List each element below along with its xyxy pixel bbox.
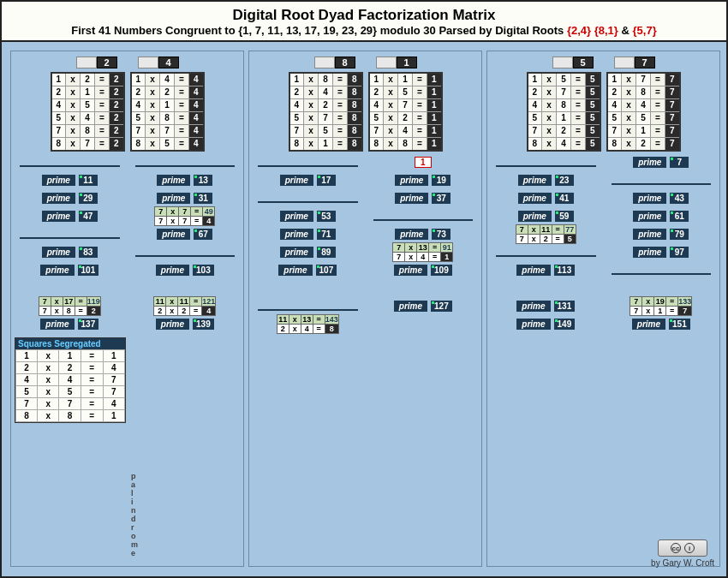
sequence-row: prime37 [253,190,478,206]
mult-cell: x [542,138,557,152]
prime-entry: prime109 [394,265,452,276]
prime-entry: prime11 [42,175,98,186]
mult-cell: 4 [160,73,175,86]
fac-dr-cell: 2 [277,324,289,333]
sequence-cell: 7x17=1197x8=2 [15,298,125,313]
mult-cell: x [304,138,319,152]
mult-cell: = [413,138,427,152]
mult-cell: x [146,99,160,112]
sequence-row: prime59prime61 [491,208,716,223]
mult-cell: = [413,86,427,99]
mult-cell: 2 [110,86,124,99]
mult-cell: 4 [557,138,571,152]
mult-cell: x [304,73,319,86]
square-cell: x [38,398,59,410]
square-cell: 7 [59,398,81,410]
sequence-cell: prime127 [368,298,479,313]
prime-entry: prime139 [156,319,214,330]
mult-cell: = [651,73,665,86]
fac-dr-cell: = [191,216,203,225]
dr-mult-table: 1x4=42x2=44x1=45x8=47x7=48x5=4 [130,72,205,152]
prime-value: 61 [670,211,689,222]
mult-cell: 2 [607,86,622,99]
mult-cell: x [146,112,160,125]
mult-cell: 7 [398,99,413,112]
subtitle-red2: {5,7} [633,24,657,37]
fac-cell: x [167,206,179,216]
panel-header-row: 57 [491,57,716,69]
sequence-cell [491,280,601,295]
squares-header: Squares Segregated [15,338,125,349]
mult-cell: = [95,86,110,99]
sequence-cell [491,154,601,170]
square-cell: 4 [103,362,124,374]
sequence-cell [15,226,125,241]
sequence-cell: prime31 [130,190,241,206]
prime-entry: prime41 [518,193,574,204]
prime-value: 59 [555,211,574,222]
prime-label: prime [394,301,427,312]
prime-entry: prime59 [518,211,574,222]
sequence-cell: prime19 [368,172,479,188]
fac-cell: 7 [630,296,642,306]
sequence-cell: prime107 [253,262,363,277]
mult-cell: 8 [528,138,542,152]
sequence-cell: prime43 [606,190,717,206]
mult-cell: x [384,73,398,86]
factorization-box: 7x17=1197x8=2 [39,296,101,316]
mult-cell: x [622,73,636,86]
empty-rule [258,201,358,203]
prime-value: 137 [78,319,99,330]
prime-label: prime [633,193,666,204]
mult-cell: x [622,86,636,99]
mult-cell: 2 [398,112,413,125]
mult-cell: 2 [369,86,384,99]
mult-cell: x [146,86,160,99]
prime-value: 139 [193,319,214,330]
prime-value: 29 [79,193,98,204]
fac-cell: 77 [564,224,576,234]
prime-value: 131 [554,301,576,312]
empty-rule [20,165,120,167]
mult-cell: = [95,112,110,125]
mult-cell: 4 [189,86,204,99]
fac-cell: 13 [301,314,313,324]
sequence-cell: prime137 [15,316,125,331]
fac-dr-cell: 7 [39,306,51,315]
mult-cell: 7 [51,125,66,138]
sequence-cell: 11x13=1432x4=8 [253,316,363,331]
mult-cell: 4 [189,99,204,112]
sequence-cell: 7x19=1337x1=7 [606,298,717,313]
mult-cell: x [146,73,160,86]
prime-entry: prime67 [157,229,212,240]
empty-rule [258,309,358,311]
prime-label: prime [280,175,313,186]
sequence-row: prime67 [15,226,240,241]
square-cell: 7 [103,386,124,398]
empty-rule [612,183,712,185]
prime-entry: prime71 [280,229,336,240]
mult-cell: x [146,138,160,152]
fac-cell: 19 [654,296,666,306]
panel-head: 4 [138,57,179,69]
mult-cell: 1 [319,138,333,152]
prime-entry: prime61 [633,211,689,222]
sequence-cell: prime59 [491,208,601,223]
mult-cell: 5 [528,112,542,125]
mult-cell: = [175,73,189,86]
prime-value: 109 [431,265,452,276]
mult-cell: 2 [110,112,124,125]
fac-dr-cell: 7 [678,306,692,315]
prime-label: prime [42,211,75,222]
fac-dr-cell: x [166,306,178,315]
sequence-row: prime127 [253,298,478,313]
fac-cell: x [51,296,63,306]
mult-cell: 5 [586,125,600,138]
square-cell: = [81,374,103,386]
prime-label: prime [42,193,75,204]
mult-cell: 2 [51,86,66,99]
sequence-cell: 7x7=497x7=4 [130,208,241,223]
sequence-row: prime897x13=917x4=1 [253,244,478,259]
prime-label: prime [157,229,190,240]
mult-cell: 4 [189,73,204,86]
